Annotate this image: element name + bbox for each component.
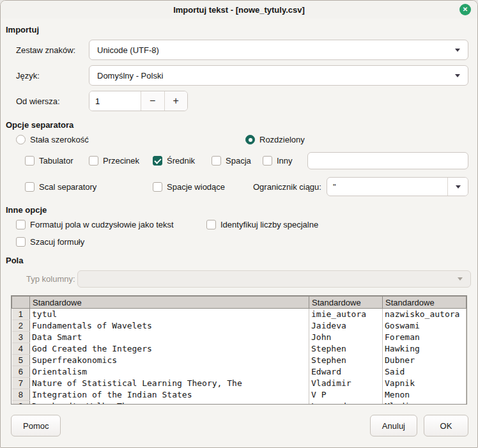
row-number: 8 [12, 389, 30, 401]
other-options-row2: Szacuj formuły [16, 237, 468, 247]
checkbox-indicator [25, 182, 35, 192]
checkbox-label: Szacuj formuły [30, 237, 84, 247]
chevron-down-icon [455, 49, 460, 52]
language-row: Język: Domyślny - Polski [16, 65, 468, 86]
checkbox-quoted-as-text[interactable]: Formatuj pola w cudzysłowie jako tekst [16, 220, 206, 229]
cell: Integration of the Indian States [30, 389, 309, 401]
charset-value: Unicode (UTF-8) [97, 45, 455, 55]
chevron-down-icon [458, 277, 463, 281]
checkbox-label: Średnik [167, 156, 195, 166]
plus-icon: + [173, 95, 179, 107]
checkbox-label: Spacje wiodące [167, 182, 225, 192]
cell: Superfreakonomics [30, 355, 309, 366]
row-number: 1 [12, 309, 30, 320]
checkbox-evaluate-formulas[interactable]: Szacuj formuły [16, 237, 84, 247]
minus-icon: − [150, 95, 155, 107]
checkbox-indicator [153, 182, 162, 192]
cell: Vapnik [383, 378, 466, 389]
table-row: 9 Drunkard's Walk, The Leonard Mlodinow [12, 401, 466, 405]
ok-button[interactable]: OK [424, 415, 468, 436]
cell: Edward [309, 366, 383, 378]
row-number: 2 [12, 320, 30, 332]
charset-label: Zestaw znaków: [16, 45, 89, 55]
checkbox-trim-spaces[interactable]: Spacje wiodące [153, 182, 253, 192]
combo-dropdown-button[interactable] [447, 178, 468, 196]
cell: tytul [30, 309, 309, 320]
section-heading-separator: Opcje separatora [6, 120, 477, 130]
radio-fixed-width[interactable]: Stała szerokość [16, 135, 245, 144]
checkbox-indicator [263, 156, 272, 166]
language-dropdown[interactable]: Domyślny - Polski [89, 65, 468, 86]
checkbox-label: Tabulator [39, 156, 73, 166]
cell: Dubner [383, 355, 466, 366]
radio-label: Rozdzielony [259, 135, 305, 144]
row-number: 7 [12, 378, 30, 389]
cell: Foreman [383, 332, 466, 343]
column-header[interactable]: Standardowe [383, 297, 466, 309]
close-icon: ✕ [463, 6, 468, 13]
checkbox-indicator [153, 156, 162, 166]
column-type-dropdown [77, 270, 471, 288]
row-number: 6 [12, 366, 30, 378]
language-label: Język: [16, 71, 89, 81]
titlebar[interactable]: Importuj tekst - [nowe_tytuly.csv] ✕ [1, 1, 477, 19]
checkbox-special-numbers[interactable]: Identyfikuj liczby specjalne [206, 220, 318, 229]
table-row: 5 Superfreakonomics Stephen Dubner [12, 355, 466, 366]
table-row: 7 Nature of Statistical Learning Theory,… [12, 378, 466, 389]
cell: Data Smart [30, 332, 309, 343]
checkbox-semicolon[interactable]: Średnik [153, 156, 212, 166]
table-row: 4 God Created the Integers Stephen Hawki… [12, 343, 466, 355]
cell: Hawking [383, 343, 466, 355]
checkbox-label: Scal separatory [39, 182, 96, 192]
separator-mode-row: Stała szerokość Rozdzielony [16, 135, 468, 144]
dialog-content: Importuj Zestaw znaków: Unicode (UTF-8) … [1, 25, 477, 436]
cell: Mlodinow [383, 401, 466, 405]
csv-preview-table[interactable]: Standardowe Standardowe Standardowe 1 ty… [11, 295, 467, 405]
column-type-row: Typ kolumny: [26, 270, 471, 288]
window-title: Importuj tekst - [nowe_tytuly.csv] [173, 5, 305, 15]
cell: Drunkard's Walk, The [30, 401, 309, 405]
other-separator-input[interactable] [307, 152, 468, 169]
cell: God Created the Integers [30, 343, 309, 355]
cell: Stephen [309, 355, 383, 366]
cell: Nature of Statistical Learning Theory, T… [30, 378, 309, 389]
decrement-button[interactable]: − [141, 91, 164, 111]
dialog-buttons: Pomoc Anuluj OK [11, 415, 468, 436]
charset-row: Zestaw znaków: Unicode (UTF-8) [16, 40, 468, 60]
row-number: 5 [12, 355, 30, 366]
cell: Jaideva [309, 320, 383, 332]
help-button[interactable]: Pomoc [11, 415, 61, 436]
chevron-down-icon [455, 74, 460, 77]
checkbox-other[interactable]: Inny [263, 156, 307, 166]
checkbox-comma[interactable]: Przecinek [89, 156, 153, 166]
row-number: 4 [12, 343, 30, 355]
column-header[interactable]: Standardowe [30, 297, 309, 309]
table-row: 2 Fundamentals of Wavelets Jaideva Goswa… [12, 320, 466, 332]
table-row: 6 Orientalism Edward Said [12, 366, 466, 378]
string-delimiter-value[interactable]: " [327, 178, 447, 196]
string-delimiter-combobox[interactable]: " [327, 177, 468, 196]
table-row: 1 tytul imie_autora nazwisko_autora [12, 309, 466, 320]
from-row-spinner: − + [89, 91, 188, 111]
checkbox-indicator [212, 156, 221, 166]
close-button[interactable]: ✕ [459, 4, 471, 15]
string-delimiter-label: Ogranicznik ciągu: [253, 182, 321, 192]
charset-dropdown[interactable]: Unicode (UTF-8) [89, 40, 468, 60]
cell: John [309, 332, 383, 343]
table-header-row: Standardowe Standardowe Standardowe [12, 297, 466, 309]
cancel-button[interactable]: Anuluj [370, 415, 417, 436]
from-row-input[interactable] [89, 91, 141, 111]
checkbox-tab[interactable]: Tabulator [25, 156, 89, 166]
increment-button[interactable]: + [164, 91, 188, 111]
checkbox-label: Formatuj pola w cudzysłowie jako tekst [30, 220, 174, 229]
column-header[interactable]: Standardowe [309, 297, 383, 309]
checkbox-label: Inny [277, 156, 293, 166]
from-row-row: Od wiersza: − + [16, 91, 468, 111]
checkbox-indicator [16, 220, 26, 229]
checkbox-space[interactable]: Spacja [212, 156, 263, 166]
radio-separated[interactable]: Rozdzielony [245, 135, 305, 144]
import-text-dialog: Importuj tekst - [nowe_tytuly.csv] ✕ Imp… [0, 0, 478, 448]
separator-options-row: Scal separatory Spacje wiodące Ograniczn… [25, 177, 468, 196]
checkbox-merge-delimiters[interactable]: Scal separatory [25, 182, 153, 192]
radio-indicator [16, 135, 26, 144]
